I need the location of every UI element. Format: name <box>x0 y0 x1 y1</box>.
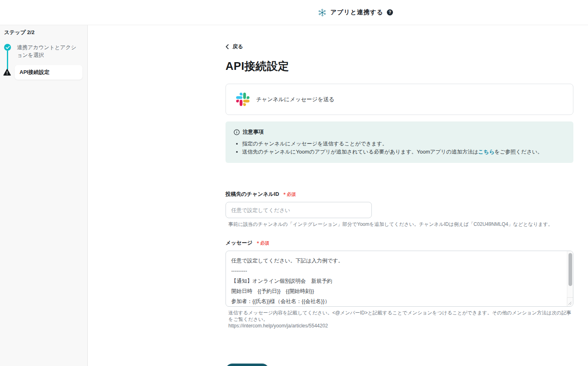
message-helper-line1: 送信するメッセージ内容を記載してください。<@メンバーID>と記載することでメン… <box>228 310 573 323</box>
message-field: メッセージ ＊必須 任意で設定してください。下記は入力例です。 --------… <box>226 239 573 329</box>
notice-title: 注意事項 <box>243 128 264 136</box>
step1-complete-check-icon <box>4 44 11 51</box>
channel-id-helper: 事前に該当のチャンネルの「インテグレーション」部分でYoomを追加してください。… <box>226 221 573 227</box>
info-icon <box>234 129 240 135</box>
page-title: API接続設定 <box>226 59 573 74</box>
step-sidebar: ステップ 2/2 連携アカウントとアクションを選択 API接続設定 <box>0 25 88 366</box>
notice-list: 指定のチャンネルにメッセージを送信することができます。 送信先のチャンネルにYo… <box>234 140 565 156</box>
sidebar-step-api-settings[interactable]: API接続設定 <box>15 65 82 80</box>
chevron-left-icon <box>226 44 229 49</box>
notice-item-1: 指定のチャンネルにメッセージを送信することができます。 <box>242 140 565 148</box>
message-textarea[interactable]: 任意で設定してください。下記は入力例です。 --------- 【通知】オンライ… <box>226 251 573 307</box>
notice-item-2-tail: をご参照ください。 <box>495 149 543 155</box>
back-link[interactable]: 戻る <box>226 43 243 50</box>
back-label: 戻る <box>232 43 243 50</box>
sidebar-step-api-settings-label: API接続設定 <box>20 69 50 76</box>
test-button[interactable]: テスト <box>226 364 269 366</box>
textarea-scrollbar-track[interactable] <box>567 251 573 297</box>
message-helper-line2: https://intercom.help/yoom/ja/articles/5… <box>228 323 573 329</box>
header-title-group: アプリと連携する ? <box>318 8 393 17</box>
channel-id-field: 投稿先のチャンネルID ＊必須 事前に該当のチャンネルの「インテグレーション」部… <box>226 191 573 227</box>
selected-action-label: チャンネルにメッセージを送る <box>256 96 334 103</box>
kochira-link[interactable]: こちら <box>478 149 495 155</box>
selected-action-card: チャンネルにメッセージを送る <box>226 84 573 115</box>
textarea-resize-handle[interactable] <box>567 297 573 306</box>
message-helper: 送信するメッセージ内容を記載してください。<@メンバーID>と記載することでメン… <box>226 310 573 329</box>
notice-box: 注意事項 指定のチャンネルにメッセージを送信することができます。 送信先のチャン… <box>226 121 573 163</box>
channel-id-label: 投稿先のチャンネルID <box>226 191 279 198</box>
channel-id-input[interactable] <box>226 202 372 218</box>
stepper-connector-line <box>7 51 8 69</box>
notice-item-2-text: 送信先のチャンネルにYoomのアプリが追加されている必要があります。Yoomアプ… <box>242 149 478 155</box>
step-counter: ステップ 2/2 <box>4 29 35 36</box>
message-label: メッセージ <box>226 239 252 247</box>
step2-warning-icon <box>3 69 11 76</box>
main-panel: 戻る API接続設定 チャンネルにメッセージを送る <box>88 25 588 366</box>
channel-id-required-badge: ＊必須 <box>282 191 296 197</box>
page-header-title: アプリと連携する <box>330 9 383 16</box>
notice-item-2: 送信先のチャンネルにYoomのアプリが追加されている必要があります。Yoomアプ… <box>242 148 565 156</box>
sidebar-step-account-action[interactable]: 連携アカウントとアクションを選択 <box>17 43 80 59</box>
textarea-scrollbar-thumb[interactable] <box>568 253 572 286</box>
help-icon[interactable]: ? <box>387 9 393 15</box>
app-header: アプリと連携する ? <box>0 0 588 25</box>
slack-logo-icon <box>236 93 250 106</box>
message-required-badge: ＊必須 <box>256 240 269 246</box>
integration-network-icon <box>318 8 327 17</box>
